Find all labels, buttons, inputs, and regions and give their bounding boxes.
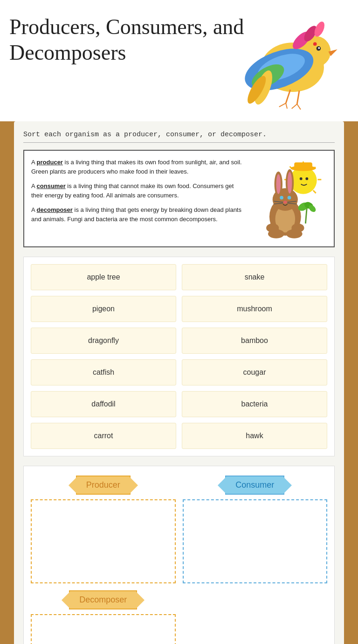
svg-line-14 xyxy=(286,90,290,103)
svg-line-26 xyxy=(313,190,316,193)
organism-card-snake[interactable]: snake xyxy=(182,264,327,290)
sort-categories: Producer Consumer Decomposer xyxy=(23,466,335,644)
svg-line-15 xyxy=(297,91,299,104)
decomposer-banner: Decomposer xyxy=(69,590,137,609)
svg-point-21 xyxy=(299,177,302,180)
svg-line-18 xyxy=(292,104,297,109)
info-text: A producer is a living thing that makes … xyxy=(31,158,245,239)
organism-card-pigeon[interactable]: pigeon xyxy=(31,296,176,322)
organism-card-bacteria[interactable]: bacteria xyxy=(182,391,327,417)
producer-description: is a living thing that makes its own foo… xyxy=(31,159,242,175)
producer-column: Producer xyxy=(31,476,176,583)
svg-line-19 xyxy=(297,104,301,110)
decomposer-banner-container: Decomposer xyxy=(31,590,176,609)
svg-point-45 xyxy=(283,201,287,203)
svg-point-39 xyxy=(280,196,283,200)
decomposer-column: Decomposer xyxy=(31,590,176,644)
svg-line-16 xyxy=(279,103,286,107)
sort-instruction: Sort each organism as a producer, consum… xyxy=(23,131,335,143)
organism-card-catfish[interactable]: catfish xyxy=(31,359,176,385)
svg-point-48 xyxy=(268,229,284,238)
svg-point-5 xyxy=(313,42,317,46)
decomposer-drop-zone[interactable] xyxy=(31,614,176,644)
svg-rect-31 xyxy=(294,162,312,169)
consumer-term: consumer xyxy=(37,182,66,189)
organism-card-hawk[interactable]: hawk xyxy=(182,423,327,449)
svg-line-50 xyxy=(305,208,307,224)
organism-card-daffodil[interactable]: daffodil xyxy=(31,391,176,417)
producer-banner-container: Producer xyxy=(31,476,176,495)
main-content: Sort each organism as a producer, consum… xyxy=(14,121,344,644)
organism-card-bamboo[interactable]: bamboo xyxy=(182,328,327,354)
svg-point-36 xyxy=(276,174,281,194)
decomposer-term: decomposer xyxy=(37,206,73,213)
svg-point-49 xyxy=(286,229,302,238)
producer-drop-zone[interactable] xyxy=(31,499,176,583)
svg-point-38 xyxy=(287,172,292,194)
empty-column xyxy=(183,590,328,644)
consumer-banner: Consumer xyxy=(225,476,284,495)
organism-card-cougar[interactable]: cougar xyxy=(182,359,327,385)
organism-card-mushroom[interactable]: mushroom xyxy=(182,296,327,322)
decorative-birds xyxy=(218,0,358,117)
organism-card-apple-tree[interactable]: apple tree xyxy=(31,264,176,290)
organism-card-dragonfly[interactable]: dragonfly xyxy=(31,328,176,354)
organism-grid: apple treesnakepigeonmushroomdragonflyba… xyxy=(23,257,335,456)
svg-line-17 xyxy=(286,103,287,109)
svg-point-4 xyxy=(318,47,320,49)
svg-point-40 xyxy=(287,196,291,200)
info-illustration xyxy=(252,158,327,239)
categories-top-row: Producer Consumer xyxy=(31,476,327,583)
producer-term: producer xyxy=(37,159,63,166)
consumer-column: Consumer xyxy=(183,476,328,583)
header: Producers, Consumers, and Decomposers xyxy=(0,0,358,121)
producer-banner: Producer xyxy=(76,476,131,495)
svg-point-22 xyxy=(305,177,308,180)
consumer-banner-container: Consumer xyxy=(183,476,328,495)
categories-bottom-row: Decomposer xyxy=(31,590,327,644)
organism-card-carrot[interactable]: carrot xyxy=(31,423,176,449)
info-box: A producer is a living thing that makes … xyxy=(23,150,335,247)
consumer-drop-zone[interactable] xyxy=(183,499,328,583)
